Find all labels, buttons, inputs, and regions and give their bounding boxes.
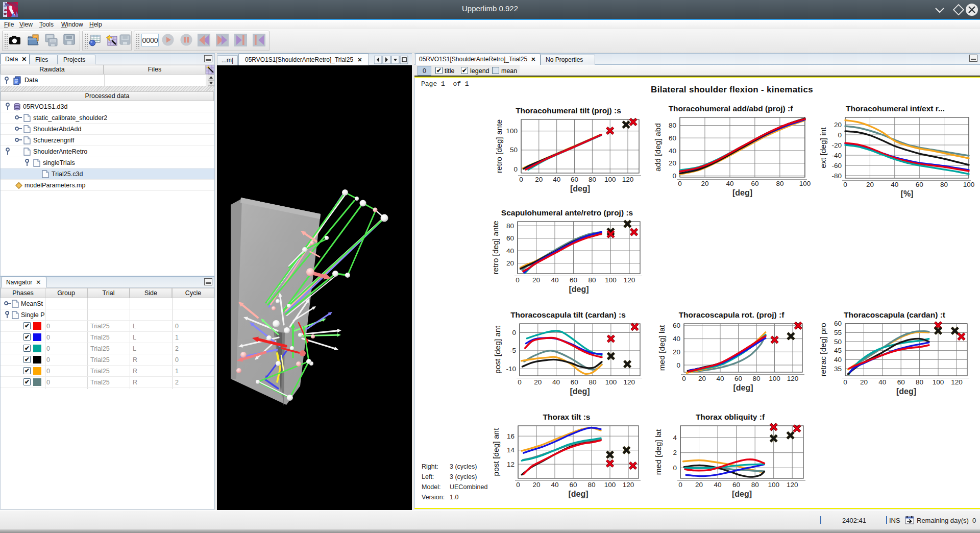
svg-text:0: 0: [512, 329, 516, 336]
svg-text:14: 14: [507, 446, 515, 454]
svg-text:20: 20: [698, 375, 706, 382]
svg-text:20: 20: [532, 481, 540, 489]
svg-text:retro [deg] ante: retro [deg] ante: [491, 221, 500, 274]
svg-text:20: 20: [673, 348, 680, 356]
svg-text:100: 100: [963, 181, 975, 188]
svg-text:0: 0: [673, 464, 677, 472]
svg-text:20: 20: [695, 481, 703, 489]
svg-text:40: 40: [551, 276, 558, 284]
svg-text:120: 120: [951, 378, 963, 386]
svg-text:3 (cycles): 3 (cycles): [450, 473, 477, 480]
svg-text:[deg]: [deg]: [570, 387, 590, 396]
svg-text:60: 60: [751, 180, 758, 187]
svg-text:0: 0: [843, 378, 847, 386]
svg-text:[deg]: [deg]: [568, 490, 588, 498]
svg-text:100: 100: [799, 180, 811, 187]
svg-text:80: 80: [506, 222, 514, 230]
svg-text:add [deg] abd: add [deg] abd: [653, 123, 662, 172]
svg-text:1.0: 1.0: [450, 494, 458, 501]
svg-text:60: 60: [570, 276, 577, 284]
svg-text:0: 0: [678, 180, 682, 187]
svg-text:80: 80: [587, 481, 595, 489]
svg-text:100: 100: [769, 375, 780, 382]
svg-text:0: 0: [843, 181, 847, 188]
svg-text:Thoracoscapula tilt (cardan) :: Thoracoscapula tilt (cardan) :s: [510, 310, 626, 319]
svg-text:0: 0: [518, 378, 522, 386]
svg-text:20: 20: [532, 276, 540, 284]
svg-text:80: 80: [588, 276, 596, 284]
svg-text:45: 45: [834, 347, 842, 354]
svg-text:20: 20: [534, 378, 542, 386]
svg-text:-40: -40: [831, 152, 842, 159]
svg-text:80: 80: [669, 122, 676, 129]
svg-text:retrac [deg] pro: retrac [deg] pro: [819, 323, 827, 376]
svg-text:Thoracohumeral add/abd (proj): Thoracohumeral add/abd (proj) :f: [669, 104, 794, 113]
svg-text:100: 100: [768, 481, 779, 489]
svg-text:0: 0: [516, 276, 520, 284]
svg-text:3 (cycles): 3 (cycles): [450, 463, 477, 470]
svg-text:Thoracoscapula rot. (proj) :f: Thoracoscapula rot. (proj) :f: [679, 310, 785, 319]
svg-text:60: 60: [571, 176, 578, 183]
svg-text:120: 120: [624, 276, 635, 284]
svg-text:0: 0: [838, 131, 842, 139]
svg-text:-20: -20: [831, 141, 842, 149]
svg-text:60: 60: [897, 378, 905, 386]
svg-text:0: 0: [672, 172, 676, 180]
svg-text:[deg]: [deg]: [570, 184, 590, 193]
svg-text:40: 40: [553, 176, 560, 183]
svg-text:40: 40: [716, 375, 724, 382]
svg-text:Page 1 of 1: Page 1 of 1: [421, 80, 469, 88]
svg-text:60: 60: [732, 481, 740, 489]
svg-text:120: 120: [623, 481, 634, 489]
svg-text:med [deg] lat: med [deg] lat: [657, 325, 666, 371]
svg-text:40: 40: [726, 180, 733, 187]
svg-text:-80: -80: [831, 172, 842, 180]
svg-text:80: 80: [916, 378, 923, 386]
svg-text:40: 40: [506, 247, 514, 255]
svg-text:16: 16: [507, 432, 514, 440]
svg-text:0: 0: [682, 375, 686, 382]
svg-text:50: 50: [510, 146, 518, 154]
svg-text:[deg]: [deg]: [569, 285, 589, 294]
svg-text:12: 12: [507, 461, 514, 468]
svg-text:20: 20: [866, 181, 874, 188]
svg-text:Thoracoscapula (cardan) :t: Thoracoscapula (cardan) :t: [844, 310, 945, 319]
svg-text:0: 0: [676, 361, 680, 369]
svg-text:20: 20: [669, 159, 676, 167]
svg-text:[deg]: [deg]: [732, 490, 752, 498]
svg-text:100: 100: [604, 176, 616, 183]
svg-text:40: 40: [669, 147, 676, 155]
svg-text:120: 120: [622, 176, 634, 183]
svg-text:80: 80: [589, 378, 597, 386]
svg-text:Left:: Left:: [422, 473, 434, 480]
svg-text:[deg]: [deg]: [896, 387, 916, 396]
svg-text:35: 35: [834, 365, 842, 373]
svg-text:Thorax obliquity :f: Thorax obliquity :f: [696, 413, 765, 421]
svg-text:60: 60: [673, 322, 680, 329]
svg-text:retro [deg] ante: retro [deg] ante: [495, 119, 503, 173]
svg-text:Version:: Version:: [422, 494, 445, 501]
svg-text:60: 60: [571, 378, 578, 386]
svg-text:Thoracohumeral int/ext r...: Thoracohumeral int/ext r...: [846, 104, 945, 113]
svg-text:-10: -10: [506, 365, 516, 373]
svg-text:Scapulohumeral ante/retro (pro: Scapulohumeral ante/retro (proj) :s: [501, 208, 633, 217]
svg-text:40: 40: [552, 378, 560, 386]
svg-text:-5: -5: [510, 347, 516, 354]
svg-text:100: 100: [506, 127, 518, 135]
svg-text:20: 20: [834, 121, 842, 129]
svg-text:40: 40: [714, 481, 722, 489]
svg-text:60: 60: [669, 134, 676, 142]
svg-text:Thoracohumeral tilt (proj) :s: Thoracohumeral tilt (proj) :s: [516, 106, 621, 115]
svg-text:60: 60: [569, 481, 577, 489]
svg-text:[deg]: [deg]: [732, 188, 752, 197]
svg-text:120: 120: [787, 481, 798, 489]
svg-text:Bilateral shoulder flexion - k: Bilateral shoulder flexion - kinematics: [651, 85, 813, 94]
svg-text:post [deg] ant: post [deg] ant: [492, 428, 500, 476]
svg-text:[%]: [%]: [901, 189, 914, 198]
svg-text:40: 40: [834, 356, 842, 364]
svg-text:80: 80: [751, 481, 759, 489]
svg-text:20: 20: [860, 378, 868, 386]
svg-text:80: 80: [776, 180, 783, 187]
svg-text:80: 80: [752, 375, 760, 382]
svg-text:2: 2: [673, 449, 677, 456]
